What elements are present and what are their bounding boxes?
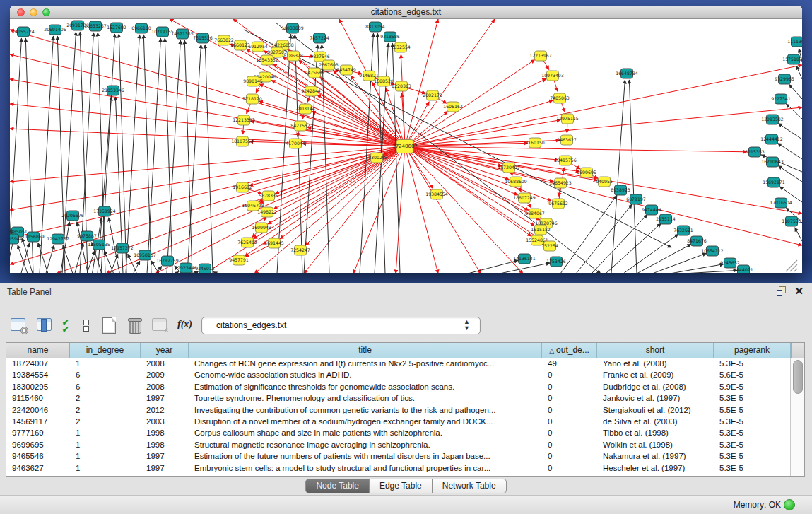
network-node[interactable]: 8454749 [336, 65, 356, 75]
network-node[interactable]: 752254 [541, 241, 558, 251]
network-node[interactable]: 7857224 [310, 33, 329, 43]
table-row[interactable]: 911546021997Tourette syndrome. Phenomeno… [6, 392, 791, 404]
network-node[interactable]: 9474444 [642, 205, 661, 215]
network-node[interactable]: 1832554 [391, 42, 411, 52]
network-node[interactable]: 15692971 [763, 177, 785, 187]
function-fx-icon[interactable]: f(x) [177, 317, 194, 334]
network-node[interactable]: 1527602 [107, 23, 126, 33]
network-node[interactable]: 6912954 [248, 42, 268, 52]
network-node[interactable]: 10654112 [701, 246, 724, 256]
network-node[interactable]: 9245652 [720, 258, 740, 268]
network-node[interactable]: 5878335 [259, 191, 278, 201]
network-node[interactable]: 19654923 [549, 178, 572, 188]
table-row[interactable]: 946554611997Estimation of the future num… [6, 450, 791, 462]
network-node[interactable]: 4170044 [286, 139, 305, 148]
select-checks-icon[interactable]: ✔✔ [61, 317, 73, 334]
table-row[interactable]: 969969511998Structural magnetic resonanc… [6, 439, 791, 450]
network-node[interactable]: 8220363 [392, 81, 411, 91]
scrollbar-thumb[interactable] [793, 360, 803, 394]
network-graph[interactable]: 1405572420691406209317861065326715276026… [10, 19, 802, 273]
network-node[interactable]: 7515526 [193, 33, 213, 43]
float-panel-icon[interactable] [777, 286, 786, 296]
network-node[interactable]: 2160150 [525, 138, 545, 148]
tab-edge-table[interactable]: Edge Table [370, 479, 433, 493]
network-node[interactable]: 7254247 [290, 245, 310, 255]
network-node[interactable]: 12213393 [233, 115, 255, 125]
network-node[interactable]: 10719155 [151, 27, 174, 37]
network-node[interactable]: 16033809 [281, 23, 304, 33]
network-node[interactable]: 17016504 [770, 198, 792, 208]
row-boxes-icon[interactable] [81, 317, 93, 334]
network-node[interactable]: 12975115 [556, 114, 579, 124]
network-node[interactable]: 12923446 [175, 263, 197, 273]
column-header-short[interactable]: short [597, 343, 714, 358]
network-node[interactable]: 9444021 [734, 265, 753, 273]
network-canvas[interactable]: 1405572420691406209317861065326715276026… [10, 19, 802, 273]
table-row[interactable]: 946362711997Embryonic stem cells: a mode… [6, 462, 791, 474]
network-node[interactable]: 10958167 [134, 250, 156, 260]
network-node[interactable]: 18495756 [554, 156, 577, 165]
network-node[interactable]: 8938923 [611, 185, 630, 195]
network-node[interactable]: 16648784 [616, 69, 638, 78]
table-vertical-scrollbar[interactable] [790, 358, 804, 476]
network-node[interactable]: 8813054 [365, 22, 385, 32]
table-row[interactable]: 1456911722003Disruption of a novel membe… [6, 416, 791, 427]
network-node[interactable]: 1111304 [787, 37, 802, 47]
network-node[interactable]: 15720407 [498, 163, 520, 173]
network-node[interactable]: 9329965 [775, 74, 794, 84]
network-node[interactable]: 1609948 [252, 223, 271, 233]
network-node[interactable]: 6966160 [131, 23, 151, 33]
network-node[interactable]: 7632621 [673, 226, 693, 235]
network-node[interactable]: 7485063 [550, 93, 570, 103]
network-node[interactable]: 8215353 [745, 147, 765, 157]
network-node[interactable]: 18107554 [231, 136, 254, 146]
column-header-pagerank[interactable]: pagerank [714, 343, 791, 358]
network-window-titlebar[interactable]: citations_edges.txt [10, 6, 802, 19]
network-node[interactable]: 12093582 [761, 115, 784, 124]
network-node[interactable]: 9463627 [557, 135, 577, 145]
network-node[interactable]: 1916682 [233, 182, 252, 192]
network-node[interactable]: 940951 [596, 177, 613, 187]
table-row[interactable]: 1938455462009Genome-wide association stu… [6, 369, 791, 380]
column-header-name[interactable]: name [6, 343, 70, 358]
new-document-icon[interactable] [100, 317, 118, 334]
network-node[interactable]: 19384554 [425, 189, 448, 199]
network-node[interactable]: 9218586 [380, 32, 400, 42]
network-node[interactable]: 16210643 [761, 157, 784, 167]
column-header-title[interactable]: title [189, 343, 542, 358]
column-header-out_degree[interactable]: △out_de... [542, 343, 597, 358]
table-row[interactable]: 2242004622012Investigating the contribut… [6, 404, 791, 416]
tab-node-table[interactable]: Node Table [305, 479, 370, 493]
network-node[interactable]: 2718120 [242, 94, 262, 104]
network-node[interactable]: 2935114 [656, 214, 676, 224]
network-node[interactable]: 1107533 [782, 216, 801, 226]
table-settings-icon[interactable] [10, 317, 28, 334]
delete-table-icon[interactable]: ✕ [151, 317, 169, 334]
network-node[interactable]: 15751074 [782, 54, 802, 64]
network-node[interactable]: 8427552 [290, 121, 310, 131]
network-node[interactable]: 14136141 [513, 254, 536, 264]
network-node[interactable]: 12213967 [529, 51, 552, 61]
network-node[interactable]: 9675692 [548, 199, 568, 209]
network-node[interactable]: 17359924 [93, 206, 116, 216]
close-panel-icon[interactable]: ✕ [794, 286, 804, 296]
network-node[interactable]: 9227341 [771, 94, 791, 104]
network-node[interactable]: 1753426 [546, 257, 566, 267]
tab-network-table[interactable]: Network Table [433, 479, 507, 493]
network-node[interactable]: 9245012 [195, 264, 215, 273]
memory-ok-indicator[interactable] [784, 499, 795, 510]
table-row[interactable]: 1830029562008Estimation of significance … [6, 381, 791, 392]
network-node[interactable]: 17957272 [111, 243, 134, 253]
network-view-window[interactable]: citations_edges.txt 14055724206914062093… [10, 6, 802, 273]
column-header-in_degree[interactable]: in_degree [70, 343, 141, 358]
column-header-year[interactable]: year [141, 343, 189, 358]
network-node[interactable]: 6879197 [626, 194, 646, 204]
network-node[interactable]: 2803144 [295, 104, 315, 114]
network-node[interactable]: 14055724 [12, 27, 35, 37]
table-column-icon[interactable] [35, 317, 53, 334]
network-node[interactable]: 16782759 [156, 256, 179, 266]
table-row[interactable]: 977716911998Corpus callosum shape and si… [6, 427, 791, 438]
network-node[interactable]: 20691406 [44, 25, 66, 35]
network-node[interactable]: 9242844 [301, 86, 321, 96]
table-source-dropdown[interactable]: citations_edges.txt ▲▼ [201, 317, 481, 334]
